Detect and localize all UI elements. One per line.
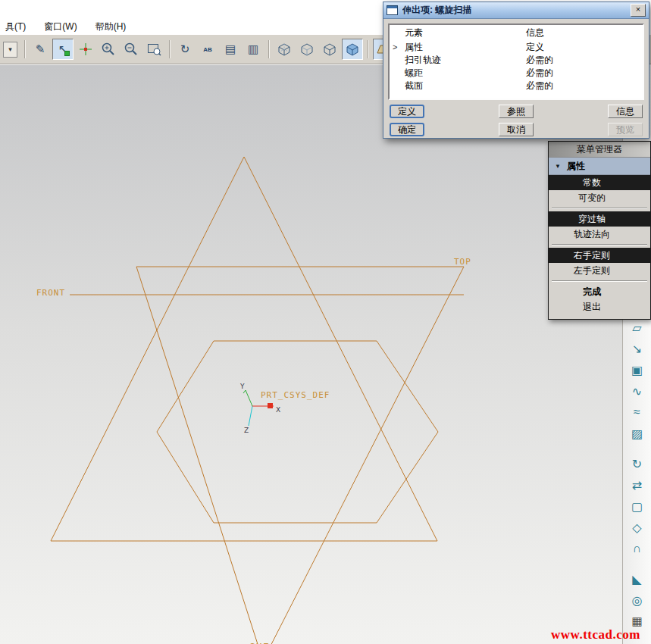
ok-button[interactable]: 确定: [390, 123, 424, 136]
menu-item-left-handed[interactable]: 左手定则: [549, 263, 650, 278]
menu-item-right-handed[interactable]: 右手定则: [549, 248, 650, 263]
dialog-button-row-2: 确定 取消 预览: [390, 123, 643, 136]
circle-icon[interactable]: ◎: [628, 591, 647, 609]
select-pointer-icon[interactable]: ↖: [52, 39, 74, 60]
refit-icon[interactable]: [143, 39, 164, 60]
menu-window[interactable]: 窗口(W): [42, 20, 78, 34]
application-window: 具(T) 窗口(W) 帮助(H) ▾ ✎ ↖ ↻ AB ▤ ▥: [0, 0, 651, 644]
wave-surface-icon[interactable]: ∿: [628, 382, 647, 400]
row-element: 扫引轨迹: [405, 55, 526, 66]
row-info: 必需的: [526, 80, 638, 92]
zoom-out-icon[interactable]: [120, 39, 142, 60]
table-row[interactable]: > 属性 定义: [390, 41, 643, 54]
menu-divider: [552, 244, 647, 245]
menu-item-variable[interactable]: 可变的: [549, 190, 650, 205]
ab-glyph: AB: [203, 46, 212, 53]
helical-sweep-dialog: 伸出项: 螺旋扫描 × 元素 信息 > 属性 定义 扫引轨迹 必需的: [383, 2, 649, 139]
element-list[interactable]: 元素 信息 > 属性 定义 扫引轨迹 必需的 螺距 必需的: [388, 23, 644, 100]
close-icon[interactable]: ×: [631, 4, 646, 17]
repaint-icon[interactable]: ↻: [174, 39, 196, 60]
element-list-header: 元素 信息: [390, 27, 643, 39]
menu-item-thru-axis[interactable]: 穿过轴: [549, 211, 650, 227]
hidden-line-display-icon[interactable]: [296, 39, 318, 60]
preview-button: 预览: [608, 123, 643, 136]
row-info: 定义: [526, 42, 638, 53]
row-info: 必需的: [526, 67, 638, 79]
spin-center-icon[interactable]: [75, 39, 96, 60]
menu-divider: [552, 280, 647, 282]
toolbar-separator: [368, 40, 368, 58]
column-info: 信息: [526, 27, 638, 39]
swap-icon[interactable]: ⇄: [628, 476, 647, 494]
references-button[interactable]: 参照: [499, 105, 534, 118]
collapse-triangle-icon: ▼: [555, 163, 561, 170]
table-row[interactable]: 扫引轨迹 必需的: [390, 54, 643, 67]
toolbar-separator: [24, 40, 25, 58]
row-arrow: [393, 80, 405, 92]
menu-section-label: 属性: [567, 160, 585, 173]
corner-icon[interactable]: ◣: [628, 570, 647, 588]
arc-icon[interactable]: ∩: [628, 539, 647, 558]
watermark: www.ttcad.com: [551, 627, 640, 642]
menu-manager-title[interactable]: 菜单管理器: [549, 142, 650, 158]
curve-icon[interactable]: ≈: [628, 403, 647, 421]
sketch-icon[interactable]: ▱: [628, 318, 647, 336]
menu-manager-panel: 菜单管理器 ▼ 属性 常数 可变的 穿过轴 轨迹法向 右手定则 左手定则 完成 …: [548, 141, 651, 320]
menu-item-norm-to-traj[interactable]: 轨迹法向: [549, 227, 650, 242]
surface-icon[interactable]: ▣: [628, 361, 647, 379]
row-element: 截面: [405, 80, 526, 92]
define-button[interactable]: 定义: [390, 105, 424, 118]
hatch-icon[interactable]: ▨: [628, 424, 647, 442]
menu-item-quit[interactable]: 退出: [549, 299, 650, 314]
no-hidden-display-icon[interactable]: [319, 39, 340, 60]
dialog-body: 元素 信息 > 属性 定义 扫引轨迹 必需的 螺距 必需的: [383, 19, 649, 136]
current-row-arrow: >: [393, 42, 405, 53]
shaded-display-icon[interactable]: [342, 39, 363, 60]
sketch-pencil-icon[interactable]: ✎: [30, 39, 51, 60]
layers-icon[interactable]: ▤: [220, 39, 241, 60]
menu-help[interactable]: 帮助(H): [94, 20, 128, 34]
rotate-icon[interactable]: ↻: [628, 455, 647, 473]
dropdown-arrow-icon[interactable]: ▾: [3, 42, 17, 58]
zoom-in-icon[interactable]: [98, 39, 119, 60]
dialog-title: 伸出项: 螺旋扫描: [402, 4, 626, 17]
window-icon: [387, 5, 398, 15]
toolbar-separator: [268, 40, 269, 58]
row-arrow: [393, 55, 405, 66]
toolbar-separator: [169, 40, 170, 58]
row-element: 属性: [405, 42, 526, 53]
table-row[interactable]: 截面 必需的: [390, 80, 643, 92]
menu-section-attributes[interactable]: ▼ 属性: [549, 158, 650, 175]
row-element: 螺距: [405, 67, 526, 79]
wireframe-display-icon[interactable]: [274, 39, 295, 60]
table-row[interactable]: 螺距 必需的: [390, 67, 643, 80]
row-info: 必需的: [526, 55, 638, 66]
menu-tools[interactable]: 具(T): [4, 20, 27, 34]
menu-divider: [552, 208, 647, 209]
name-display-icon[interactable]: AB: [197, 39, 218, 60]
cancel-button[interactable]: 取消: [499, 123, 534, 136]
menu-item-constant[interactable]: 常数: [549, 175, 650, 190]
green-status-dot: [64, 51, 70, 56]
column-element: 元素: [405, 27, 526, 39]
info-button[interactable]: 信息: [608, 105, 643, 118]
flag-icon[interactable]: ◇: [628, 518, 647, 536]
shell-icon[interactable]: ▢: [628, 497, 647, 515]
dialog-button-row-1: 定义 参照 信息: [390, 105, 643, 118]
row-arrow: [393, 67, 405, 79]
menu-item-done[interactable]: 完成: [549, 284, 650, 299]
view-manager-icon[interactable]: ▥: [243, 39, 264, 60]
arrow-icon[interactable]: ↘: [628, 339, 647, 358]
dialog-titlebar[interactable]: 伸出项: 螺旋扫描 ×: [383, 2, 649, 19]
